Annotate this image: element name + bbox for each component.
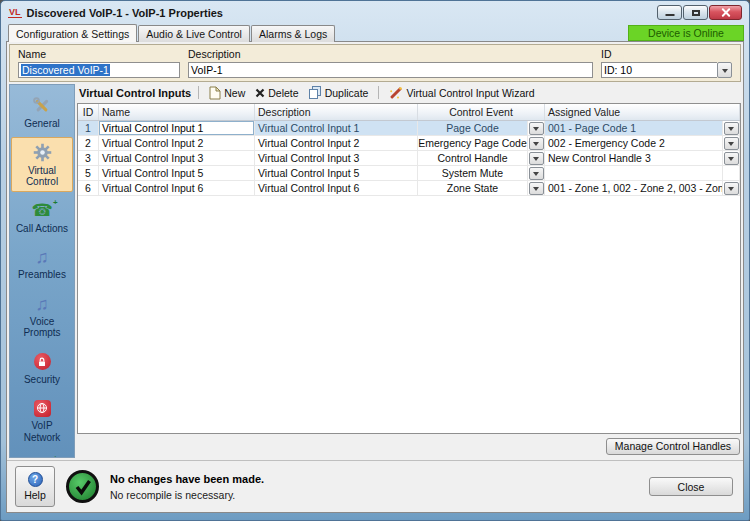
sidebar-item-label: VoIP Network [12, 420, 72, 443]
id-combobox[interactable]: ID: 10 [601, 62, 732, 78]
tab-audio-live-control[interactable]: Audio & Live Control [138, 25, 250, 42]
phone-icon: ☎+ [31, 200, 52, 222]
column-header-id[interactable]: ID [78, 104, 99, 120]
manage-control-handles-button[interactable]: Manage Control Handles [606, 438, 740, 455]
sidebar-item-security[interactable]: Security [11, 346, 73, 390]
table-row[interactable]: 3Virtual Control Input 3Virtual Control … [78, 151, 740, 166]
id-dropdown-button[interactable] [717, 62, 732, 78]
virtual-control-toolbar: Virtual Control Inputs New Delete D [77, 84, 741, 103]
virtual-control-inputs-grid: IDNameDescriptionControl EventAssigned V… [77, 103, 741, 434]
help-question-icon: ? [28, 472, 43, 487]
assigned-value-dropdown-button[interactable] [724, 122, 739, 135]
sidebar-item-voip-extensions[interactable]: ☎+VoIP Extensions [11, 450, 73, 458]
delete-button-label: Delete [268, 87, 298, 99]
column-header-assigned-value[interactable]: Assigned Value [545, 104, 740, 120]
wizard-button[interactable]: Virtual Control Input Wizard [386, 85, 537, 101]
table-row[interactable]: 1Virtual Control Input 1Virtual Control … [78, 121, 740, 136]
success-check-icon [66, 470, 99, 503]
device-identity-form: Name Discovered VoIP-1 Description VoIP-… [9, 44, 741, 82]
cell-name: Virtual Control Input 5 [99, 166, 255, 180]
close-window-button[interactable] [709, 5, 742, 20]
duplicate-button[interactable]: Duplicate [306, 85, 372, 100]
chevron-down-icon [728, 157, 734, 164]
cell-id: 1 [78, 121, 99, 135]
delete-x-icon [255, 88, 265, 98]
virtual-control-main: Virtual Control Inputs New Delete D [77, 84, 741, 458]
sidebar-item-preambles[interactable]: ♫Preambles [11, 241, 73, 285]
tab-alarms-logs[interactable]: Alarms & Logs [251, 25, 335, 42]
toolbar-separator [378, 86, 379, 99]
cell-control-event: Control Handle [418, 151, 528, 165]
cell-name: Virtual Control Input 6 [99, 181, 255, 195]
cell-description: Virtual Control Input 5 [255, 166, 418, 180]
control-event-dropdown-button[interactable] [529, 137, 544, 150]
grid-body: 1Virtual Control Input 1Virtual Control … [78, 121, 740, 433]
table-row[interactable]: 6Virtual Control Input 6Virtual Control … [78, 181, 740, 196]
chevron-down-icon [728, 187, 734, 194]
control-event-dropdown-button[interactable] [529, 182, 544, 195]
tools-icon [31, 95, 53, 117]
new-button-label: New [224, 87, 245, 99]
cell-assigned-value: 001 - Zone 1, 002 - Zone 2, 003 - Zone 3 [545, 181, 723, 195]
cell-control-event-dropdown [528, 181, 545, 195]
cell-assigned-value-dropdown [723, 151, 740, 165]
cell-name: Virtual Control Input 2 [99, 136, 255, 150]
sidebar: GeneralVirtual Control☎+Call Actions♫Pre… [9, 84, 75, 458]
new-button[interactable]: New [206, 85, 248, 101]
cell-control-event-dropdown [528, 151, 545, 165]
name-value: Discovered VoIP-1 [21, 64, 110, 76]
column-header-description[interactable]: Description [255, 104, 418, 120]
name-field[interactable]: Discovered VoIP-1 [18, 62, 180, 78]
column-header-name[interactable]: Name [99, 104, 255, 120]
name-label: Name [18, 48, 180, 60]
tab-configuration-settings[interactable]: Configuration & Settings [8, 24, 137, 42]
assigned-value-dropdown-button[interactable] [724, 137, 739, 150]
sidebar-item-general[interactable]: General [11, 90, 73, 134]
control-event-dropdown-button[interactable] [529, 152, 544, 165]
close-button[interactable]: Close [649, 477, 733, 496]
table-row[interactable]: 5Virtual Control Input 5Virtual Control … [78, 166, 740, 181]
chevron-down-icon [722, 69, 728, 76]
window-title: Discovered VoIP-1 - VoIP-1 Properties [27, 7, 223, 19]
delete-button[interactable]: Delete [252, 86, 301, 100]
cell-assigned-value [545, 166, 723, 180]
description-field[interactable]: VoIP-1 [188, 62, 593, 78]
status-bar: ? Help No changes have been made. No rec… [7, 460, 743, 512]
cell-control-event: Emergency Page Code [418, 136, 528, 150]
grid-footer: Manage Control Handles [77, 434, 741, 458]
minimize-button[interactable] [657, 5, 682, 20]
cell-control-event: Zone State [418, 181, 528, 195]
sidebar-item-label: General [24, 118, 60, 130]
sidebar-item-call-actions[interactable]: ☎+Call Actions [11, 195, 73, 239]
status-subtitle: No recompile is necessary. [110, 489, 264, 501]
cell-control-event: System Mute [418, 166, 528, 180]
assigned-value-dropdown-button[interactable] [724, 152, 739, 165]
tab-bar: Configuration & SettingsAudio & Live Con… [6, 24, 744, 42]
new-document-icon [209, 86, 221, 100]
help-button[interactable]: ? Help [15, 466, 55, 507]
music-icon: ♫ [35, 293, 49, 315]
status-message: No changes have been made. No recompile … [110, 473, 264, 501]
close-icon [720, 7, 731, 18]
control-event-dropdown-button[interactable] [529, 167, 544, 180]
wizard-button-label: Virtual Control Input Wizard [406, 87, 534, 99]
assigned-value-dropdown-button[interactable] [724, 182, 739, 195]
sidebar-item-voice-prompts[interactable]: ♫Voice Prompts [11, 288, 73, 343]
maximize-button[interactable] [683, 5, 708, 20]
status-title: No changes have been made. [110, 473, 264, 485]
sidebar-item-label: Voice Prompts [12, 316, 72, 339]
section-title: Virtual Control Inputs [79, 87, 191, 99]
control-event-dropdown-button[interactable] [529, 122, 544, 135]
sidebar-item-virtual-control[interactable]: Virtual Control [11, 137, 73, 192]
phone-plus-icon: ☎+ [31, 455, 52, 458]
copy-icon [309, 86, 322, 99]
table-row[interactable]: 2Virtual Control Input 2Virtual Control … [78, 136, 740, 151]
chevron-down-icon [533, 187, 539, 194]
sidebar-item-label: Virtual Control [12, 165, 72, 188]
sidebar-item-voip-network[interactable]: VoIP Network [11, 392, 73, 447]
sidebar-item-label: Security [24, 374, 60, 386]
gear-icon [32, 142, 53, 164]
title-bar: VL Discovered VoIP-1 - VoIP-1 Properties [6, 1, 744, 24]
id-value: ID: 10 [601, 62, 717, 78]
column-header-control-event[interactable]: Control Event [418, 104, 545, 120]
